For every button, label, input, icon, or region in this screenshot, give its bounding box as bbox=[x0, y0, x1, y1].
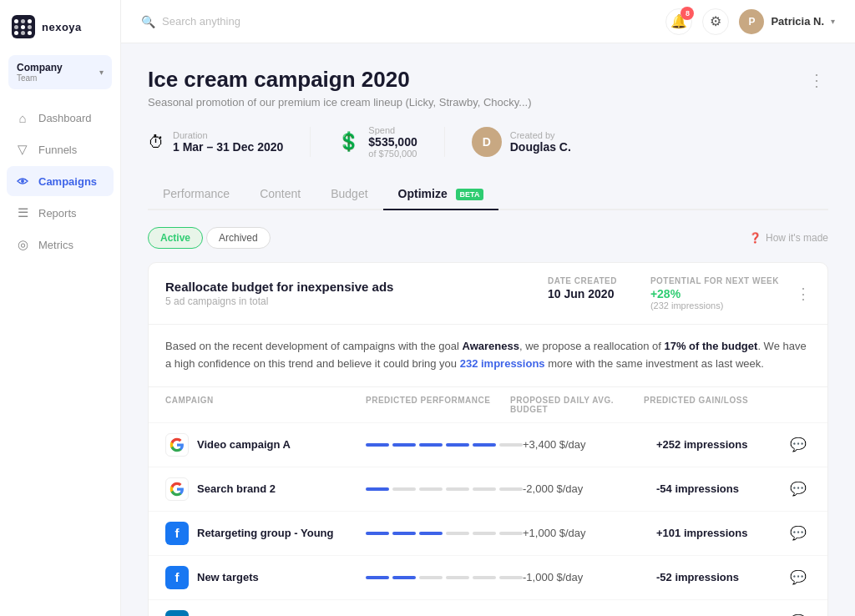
how-its-made-button[interactable]: ❓ How it's made bbox=[749, 232, 828, 244]
potential-block: POTENTIAL FOR NEXT WEEK +28% (232 impres… bbox=[650, 276, 779, 311]
sidebar-item-dashboard[interactable]: ⌂ Dashboard bbox=[7, 103, 114, 133]
campaign-title: Ice cream campaign 2020 bbox=[148, 67, 532, 93]
logo-text: nexoya bbox=[42, 21, 82, 33]
svg-point-0 bbox=[21, 179, 24, 183]
campaign-name: New targets bbox=[197, 571, 259, 583]
meta-divider-2 bbox=[444, 127, 445, 157]
spend-meta: 💲 Spend $535,000 of $750,000 bbox=[337, 125, 417, 159]
card-meta: DATE CREATED 10 Jun 2020 POTENTIAL FOR N… bbox=[548, 276, 779, 311]
company-team: Team bbox=[17, 73, 63, 83]
sidebar-label-reports: Reports bbox=[38, 207, 77, 220]
topbar: 🔍 Search anything 🔔 8 ⚙ P Patricia N. ▾ bbox=[121, 0, 855, 43]
sidebar-item-campaigns[interactable]: Campaigns bbox=[7, 166, 114, 196]
budget-value: -2,000 $/day bbox=[523, 482, 656, 495]
performance-bar bbox=[366, 443, 523, 447]
filter-active-button[interactable]: Active bbox=[148, 227, 203, 249]
spend-label: Spend bbox=[368, 125, 417, 135]
card-title: Reallocate budget for inexpensive ads bbox=[165, 280, 548, 294]
performance-bar bbox=[366, 532, 523, 535]
google-logo-icon bbox=[165, 477, 189, 501]
user-menu-arrow-icon: ▾ bbox=[831, 17, 835, 26]
linkedin-logo-icon: in bbox=[165, 610, 189, 616]
notification-badge: 8 bbox=[680, 7, 694, 20]
duration-icon: ⏱ bbox=[148, 133, 164, 152]
spend-value: $535,000 bbox=[368, 135, 417, 149]
funnels-icon: ▽ bbox=[15, 142, 30, 157]
created-by: Douglas C. bbox=[510, 140, 571, 154]
col-budget: PROPOSED DAILY AVG. BUDGET bbox=[510, 396, 644, 414]
performance-bar bbox=[366, 576, 523, 579]
potential-value: +28% bbox=[650, 287, 779, 300]
budget-value: -1,000 $/day bbox=[523, 571, 656, 583]
budget-value: +1,000 $/day bbox=[523, 527, 656, 539]
comment-icon[interactable]: 💬 bbox=[790, 525, 823, 541]
tab-performance[interactable]: Performance bbox=[148, 179, 245, 210]
card-header: Reallocate budget for inexpensive ads 5 … bbox=[149, 263, 827, 325]
tabs: Performance Content Budget Optimize BETA bbox=[148, 179, 828, 210]
comment-icon[interactable]: 💬 bbox=[790, 481, 823, 497]
performance-bar bbox=[366, 487, 523, 491]
tab-budget[interactable]: Budget bbox=[316, 179, 382, 210]
spend-of: of $750,000 bbox=[368, 149, 417, 159]
user-menu[interactable]: P Patricia N. ▾ bbox=[739, 9, 835, 34]
company-name: Company bbox=[17, 62, 63, 73]
beta-badge: BETA bbox=[456, 189, 484, 200]
filter-archived-button[interactable]: Archived bbox=[206, 227, 271, 249]
card-description: Based on the recent development of campa… bbox=[149, 325, 827, 387]
comment-icon[interactable]: 💬 bbox=[790, 437, 823, 452]
campaigns-icon bbox=[15, 174, 30, 189]
table-row: f Retargeting group - Young +1,000 $/day… bbox=[149, 511, 827, 555]
search-placeholder: Search anything bbox=[162, 15, 240, 28]
logo: nexoya bbox=[0, 0, 120, 50]
tab-content[interactable]: Content bbox=[245, 179, 316, 210]
user-name: Patricia N. bbox=[771, 15, 824, 28]
facebook-logo-icon: f bbox=[165, 566, 189, 589]
table-row: in Research IT -400 $/day -15 impression… bbox=[149, 599, 827, 616]
optimization-card: Reallocate budget for inexpensive ads 5 … bbox=[148, 262, 828, 616]
spend-icon: 💲 bbox=[337, 131, 360, 153]
main-content: 🔍 Search anything 🔔 8 ⚙ P Patricia N. ▾ … bbox=[121, 0, 855, 616]
campaign-name: Retargeting group - Young bbox=[197, 527, 333, 539]
table-row: f New targets -1,000 $/day -52 impressio… bbox=[149, 555, 827, 599]
comment-icon[interactable]: 💬 bbox=[790, 569, 823, 585]
gain-value: -52 impressions bbox=[656, 571, 790, 583]
duration-label: Duration bbox=[173, 130, 283, 140]
table-header: CAMPAIGN PREDICTED PERFORMANCE PROPOSED … bbox=[149, 387, 827, 422]
sidebar-nav: ⌂ Dashboard ▽ Funnels Campaigns ☰ Report… bbox=[0, 99, 120, 263]
page-content: Ice cream campaign 2020 Seasonal promoti… bbox=[121, 43, 855, 616]
filter-buttons: Active Archived bbox=[148, 227, 271, 249]
campaign-more-button[interactable]: ⋮ bbox=[805, 67, 828, 93]
sidebar-item-reports[interactable]: ☰ Reports bbox=[7, 198, 114, 228]
impressions-highlight: 232 impressions bbox=[460, 357, 545, 370]
search-box[interactable]: 🔍 Search anything bbox=[141, 15, 652, 28]
campaign-table: CAMPAIGN PREDICTED PERFORMANCE PROPOSED … bbox=[149, 387, 827, 616]
created-meta: D Created by Douglas C. bbox=[472, 127, 571, 157]
col-gain: PREDICTED GAIN/LOSS bbox=[644, 396, 777, 414]
sidebar-item-funnels[interactable]: ▽ Funnels bbox=[7, 134, 114, 164]
budget-value: +3,400 $/day bbox=[523, 438, 656, 451]
campaign-meta: ⏱ Duration 1 Mar – 31 Dec 2020 💲 Spend $… bbox=[148, 125, 828, 159]
settings-button[interactable]: ⚙ bbox=[702, 8, 729, 35]
gain-value: +252 impressions bbox=[656, 438, 790, 451]
table-row: Video campaign A +3,400 $/day +252 impre… bbox=[149, 422, 827, 467]
card-more-button[interactable]: ⋮ bbox=[796, 285, 811, 303]
dashboard-icon: ⌂ bbox=[15, 110, 30, 125]
notifications-button[interactable]: 🔔 8 bbox=[665, 8, 692, 35]
logo-icon bbox=[12, 15, 35, 38]
facebook-logo-icon: f bbox=[165, 522, 189, 545]
sidebar-item-metrics[interactable]: ◎ Metrics bbox=[7, 230, 114, 260]
sidebar: nexoya Company Team ▾ ⌂ Dashboard ▽ Funn… bbox=[0, 0, 121, 616]
creator-avatar: D bbox=[472, 127, 502, 157]
date-label: DATE CREATED bbox=[548, 276, 617, 285]
reports-icon: ☰ bbox=[15, 205, 30, 220]
tab-optimize[interactable]: Optimize BETA bbox=[383, 179, 499, 210]
sidebar-label-funnels: Funnels bbox=[38, 144, 77, 156]
sidebar-label-dashboard: Dashboard bbox=[38, 112, 92, 124]
gear-icon: ⚙ bbox=[710, 13, 721, 29]
gain-value: +101 impressions bbox=[656, 527, 790, 539]
col-campaign: CAMPAIGN bbox=[165, 396, 366, 414]
date-value: 10 Jun 2020 bbox=[548, 287, 617, 300]
company-selector[interactable]: Company Team ▾ bbox=[8, 55, 112, 89]
filter-row: Active Archived ❓ How it's made bbox=[148, 227, 828, 249]
company-arrow-icon: ▾ bbox=[99, 68, 104, 77]
